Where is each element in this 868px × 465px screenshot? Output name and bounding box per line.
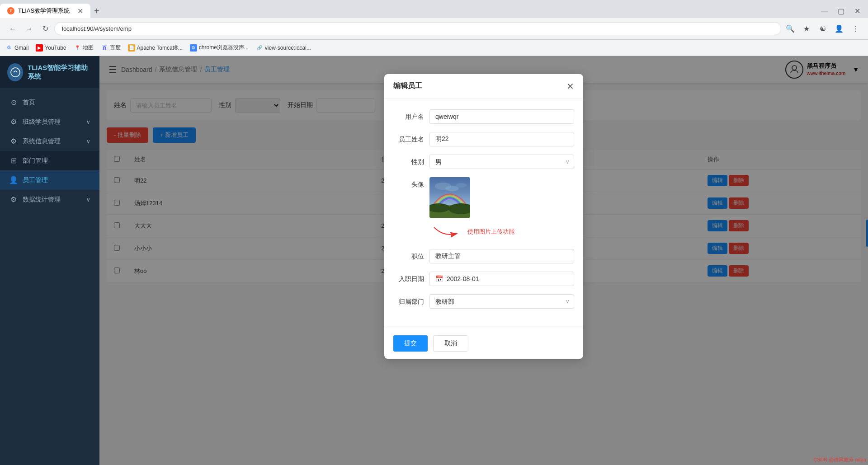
- tab-favicon: T: [7, 7, 14, 14]
- tomcat-icon: 📄: [128, 44, 135, 52]
- bookmark-chrome[interactable]: ⚙ chrome浏览器没声...: [190, 44, 249, 52]
- bookmark-icon[interactable]: ★: [799, 22, 814, 36]
- bookmark-view[interactable]: 🔗 view-source:local...: [256, 44, 311, 52]
- watermark: CSDN @清风微凉 aaaa: [813, 456, 866, 463]
- bookmark-youtube[interactable]: ▶ YouTube: [36, 44, 66, 52]
- position-field: [429, 249, 574, 263]
- youtube-icon: ▶: [36, 44, 43, 52]
- bookmark-chrome-label: chrome浏览器没声...: [199, 44, 249, 52]
- dept-row: 归属部门 教研部 技术部 市场部: [393, 294, 574, 309]
- position-row: 职位: [393, 249, 574, 263]
- arrow-annotation: 使用图片上传功能: [429, 223, 574, 241]
- back-button[interactable]: ←: [5, 22, 20, 36]
- bookmark-baidu[interactable]: 百 百度: [101, 44, 121, 52]
- dept-label: 归属部门: [393, 294, 429, 306]
- avatar-label: 头像: [393, 177, 429, 189]
- emp-icon: 👤: [9, 176, 18, 184]
- bookmark-gmail[interactable]: G Gmail: [5, 44, 28, 52]
- close-button[interactable]: ✕: [850, 4, 864, 18]
- sidebar-item-home-label: 首页: [23, 99, 35, 107]
- class-icon: ⚙: [9, 117, 18, 126]
- username-label: 用户名: [393, 109, 429, 121]
- dept-select[interactable]: 教研部 技术部 市场部: [429, 294, 574, 309]
- gmail-icon: G: [5, 44, 13, 52]
- submit-button[interactable]: 提交: [393, 335, 428, 352]
- view-source-icon: 🔗: [256, 44, 263, 52]
- username-row: 用户名: [393, 109, 574, 124]
- data-arrow-icon: ∨: [86, 197, 90, 203]
- bookmark-tomcat[interactable]: 📄 Apache Tomcat®...: [128, 44, 183, 52]
- logo-icon: [7, 63, 23, 81]
- avatar-field: 使用图片上传功能: [429, 177, 574, 241]
- avatar-preview[interactable]: [429, 177, 574, 219]
- maps-icon: 📍: [74, 44, 81, 52]
- bookmark-tomcat-label: Apache Tomcat®...: [137, 45, 183, 51]
- sidebar-item-sysinfo[interactable]: ⚙ 系统信息管理 ∨: [0, 132, 99, 151]
- empname-input[interactable]: [429, 132, 574, 146]
- joindate-row: 入职日期 📅 2002-08-01: [393, 272, 574, 286]
- joindate-value: 2002-08-01: [447, 275, 479, 282]
- empname-field: [429, 132, 574, 146]
- home-icon: ⊙: [9, 98, 18, 107]
- profile-icon[interactable]: 👤: [832, 22, 846, 36]
- sysinfo-arrow-icon: ∨: [86, 138, 90, 145]
- joindate-label: 入职日期: [393, 272, 429, 283]
- extensions-icon[interactable]: ☯: [816, 22, 830, 36]
- sidebar-item-emp[interactable]: 👤 员工管理: [0, 170, 99, 190]
- edit-employee-dialog: 编辑员工 ✕ 用户名 员工姓名: [384, 74, 583, 359]
- bookmark-baidu-label: 百度: [110, 44, 121, 52]
- position-input[interactable]: [429, 249, 574, 263]
- sidebar: TLIAS智能学习辅助系统 ⊙ 首页 ⚙ 班级学员管理 ∨ ⚙ 系统信息管理 ∨…: [0, 56, 99, 465]
- search-icon[interactable]: 🔍: [783, 22, 797, 36]
- dialog-close-button[interactable]: ✕: [566, 82, 574, 91]
- menu-icon[interactable]: ⋮: [848, 22, 863, 36]
- empname-row: 员工姓名: [393, 132, 574, 146]
- gender-select[interactable]: 男 女: [429, 155, 574, 169]
- dialog-header: 编辑员工 ✕: [384, 74, 583, 99]
- username-input[interactable]: [429, 109, 574, 124]
- main-content: ☰ Dashboard / 系统信息管理 / 员工管理: [99, 56, 868, 465]
- bookmark-gmail-label: Gmail: [14, 45, 28, 51]
- tab-close-button[interactable]: ✕: [77, 7, 83, 15]
- sidebar-item-data-label: 数据统计管理: [23, 196, 61, 204]
- chrome-icon: ⚙: [190, 44, 197, 52]
- gender-row: 性别 男 女: [393, 155, 574, 169]
- data-icon: ⚙: [9, 195, 18, 204]
- dialog-body: 用户名 员工姓名 性别: [384, 99, 583, 328]
- sidebar-item-home[interactable]: ⊙ 首页: [0, 93, 99, 112]
- joindate-input[interactable]: 📅 2002-08-01: [429, 272, 574, 286]
- bookmark-maps-label: 地图: [83, 44, 94, 52]
- url-display: localhost:90/#/system/emp: [62, 25, 132, 32]
- bookmark-view-label: view-source:local...: [265, 45, 311, 51]
- browser-tab[interactable]: T TLIAS教学管理系统 ✕: [0, 4, 90, 18]
- joindate-field: 📅 2002-08-01: [429, 272, 574, 286]
- gender-label: 性别: [393, 155, 429, 166]
- sidebar-item-data[interactable]: ⚙ 数据统计管理 ∨: [0, 190, 99, 209]
- modal-overlay: 编辑员工 ✕ 用户名 员工姓名: [99, 56, 868, 465]
- bookmarks-bar: G Gmail ▶ YouTube 📍 地图 百 百度 📄 Apache Tom…: [0, 40, 868, 56]
- empname-label: 员工姓名: [393, 132, 429, 144]
- sidebar-item-sysinfo-label: 系统信息管理: [23, 137, 61, 146]
- arrow-annotation-text: 使用图片上传功能: [467, 228, 514, 236]
- calendar-icon: 📅: [435, 275, 443, 282]
- gender-field: 男 女: [429, 155, 574, 169]
- forward-button[interactable]: →: [22, 22, 36, 36]
- sidebar-item-class-label: 班级学员管理: [23, 118, 61, 126]
- maximize-button[interactable]: ▢: [834, 4, 848, 18]
- minimize-button[interactable]: —: [817, 4, 832, 18]
- dept-field: 教研部 技术部 市场部: [429, 294, 574, 309]
- tab-title: TLIAS教学管理系统: [18, 7, 70, 15]
- new-tab-button[interactable]: +: [90, 6, 103, 16]
- sidebar-item-class[interactable]: ⚙ 班级学员管理 ∨: [0, 112, 99, 132]
- cancel-button[interactable]: 取消: [433, 335, 468, 352]
- address-bar[interactable]: localhost:90/#/system/emp: [54, 22, 781, 35]
- sidebar-logo: TLIAS智能学习辅助系统: [0, 56, 99, 89]
- bookmark-maps[interactable]: 📍 地图: [74, 44, 94, 52]
- dialog-title: 编辑员工: [393, 81, 422, 91]
- dialog-footer: 提交 取消: [384, 328, 583, 359]
- sidebar-menu: ⊙ 首页 ⚙ 班级学员管理 ∨ ⚙ 系统信息管理 ∨ ⊞ 部门管理 👤 员工管理: [0, 89, 99, 465]
- position-label: 职位: [393, 249, 429, 261]
- avatar-row: 头像: [393, 177, 574, 241]
- sidebar-item-dept[interactable]: ⊞ 部门管理: [0, 151, 99, 170]
- reload-button[interactable]: ↻: [38, 22, 52, 36]
